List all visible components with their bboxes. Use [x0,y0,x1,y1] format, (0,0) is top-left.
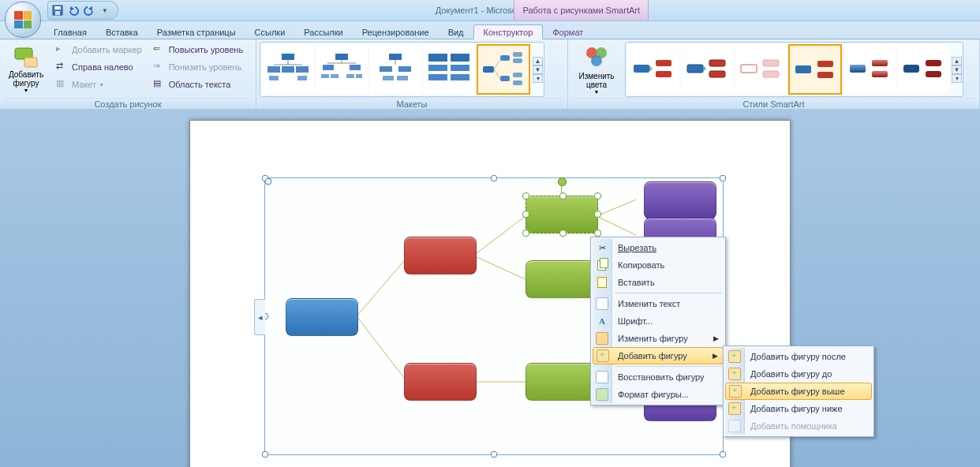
svg-rect-2 [55,11,60,15]
style-option-2[interactable] [681,44,733,93]
gallery-more[interactable]: ▾ [533,74,543,83]
style-option-6[interactable] [897,44,949,93]
svg-line-68 [597,200,636,216]
right-to-left-button[interactable]: ⇄Справа налево [52,58,146,76]
tab-references[interactable]: Ссылки [245,25,295,39]
add-shape-button[interactable]: Добавить фигуру ▼ [3,41,49,95]
submenu-add-below[interactable]: Добавить фигуру ниже [725,400,872,417]
frame-handle-b[interactable] [491,451,497,458]
submenu-add-before[interactable]: Добавить фигуру до [725,365,872,383]
frame-handle-tl[interactable] [262,175,268,181]
style-option-5[interactable] [843,44,896,93]
sel-handle-br[interactable] [594,230,601,237]
layout-option-3[interactable] [369,45,421,94]
tab-format[interactable]: Формат [543,25,593,39]
menu-change-shape[interactable]: Изменить фигуру ▶ [593,330,724,347]
frame-handle-br[interactable] [720,451,726,458]
tab-insert[interactable]: Вставка [96,25,148,39]
change-colors-button[interactable]: Изменить цвета ▼ [571,43,622,97]
demote-button[interactable]: ⇒Понизить уровень [149,58,248,76]
add-after-icon [728,350,741,363]
sel-handle-l[interactable] [522,211,529,218]
menu-paste[interactable]: Вставить [593,274,724,291]
smartart-node-b2[interactable] [526,260,598,298]
menu-format-shape[interactable]: Формат фигуры... [593,386,724,403]
svg-rect-37 [500,55,510,61]
svg-rect-42 [513,80,522,85]
svg-rect-48 [656,71,671,77]
promote-icon: ⇐ [153,43,166,56]
tab-home[interactable]: Главная [44,25,96,39]
layout-dropdown-button[interactable]: ▥Макет▼ [52,76,146,93]
tab-review[interactable]: Рецензирование [353,25,439,39]
window-title: Документ1 - Microsoft Word [0,6,980,15]
redo-button[interactable] [83,4,95,17]
menu-cut[interactable]: ✂ Вырезать [593,239,724,256]
office-logo-icon [14,11,32,28]
svg-line-67 [473,256,526,279]
frame-handle-bl[interactable] [262,451,268,458]
layout-option-2[interactable] [316,45,368,94]
svg-rect-61 [903,65,919,73]
layout-option-5[interactable] [477,44,530,95]
svg-rect-8 [267,66,280,73]
undo-button[interactable] [67,4,80,17]
layout-icon: ▥ [56,78,69,91]
style-option-4[interactable] [788,44,842,95]
promote-button[interactable]: ⇐Повысить уровень [149,41,248,58]
tab-page-layout[interactable]: Разметка страницы [148,25,245,39]
gallery-scroll-down[interactable]: ▼ [533,65,543,74]
menu-font[interactable]: A Шрифт... [593,312,724,330]
frame-handle-tr[interactable] [720,175,726,181]
sel-handle-t[interactable] [559,192,567,200]
text-pane-button[interactable]: ▤Область текста [149,76,248,93]
tab-mailings[interactable]: Рассылки [294,25,352,39]
styles-scroll-up[interactable]: ▲ [952,57,962,65]
menu-edit-text[interactable]: Изменить текст [593,295,724,312]
layout-option-1[interactable] [262,45,314,94]
styles-more[interactable]: ▾ [952,74,962,83]
menu-reset-shape[interactable]: Восстановить фигуру [593,368,724,386]
submenu-add-above[interactable]: Добавить фигуру выше [725,383,872,400]
sel-handle-bl[interactable] [522,230,529,237]
svg-rect-60 [872,71,888,77]
add-shape-submenu: Добавить фигуру после Добавить фигуру до… [723,346,874,437]
style-option-1[interactable] [627,44,679,93]
text-pane-icon: ▤ [153,78,166,91]
text-pane-expand-tab[interactable]: ◂ [254,299,265,335]
qat-customize-button[interactable]: ▼ [99,4,111,17]
menu-add-shape[interactable]: Добавить фигуру ▶ [593,347,724,364]
svg-rect-13 [335,54,348,60]
layouts-gallery: ▲ ▼ ▾ [260,42,544,97]
sel-handle-tr[interactable] [594,192,601,200]
change-shape-icon [596,332,608,345]
menu-copy[interactable]: Копировать [593,256,724,274]
sel-handle-tl[interactable] [522,192,529,200]
bullet-icon: ▸ [56,43,69,56]
copy-icon [596,259,608,271]
submenu-add-after[interactable]: Добавить фигуру после [725,348,872,365]
gallery-scroll-up[interactable]: ▲ [533,57,543,65]
frame-handle-t[interactable] [491,175,497,181]
smartart-node-c1[interactable] [644,181,716,219]
tab-view[interactable]: Вид [439,25,473,39]
add-bullet-button[interactable]: ▸Добавить маркер [52,41,146,58]
save-button[interactable] [51,4,64,17]
layout-option-4[interactable] [423,45,475,94]
office-button[interactable] [5,2,41,38]
smartart-node-selected[interactable] [526,196,598,234]
smartart-node-root[interactable] [286,298,358,336]
sel-handle-b[interactable] [559,230,567,237]
rotate-handle[interactable] [558,177,567,186]
svg-rect-63 [926,71,941,77]
style-option-3[interactable] [735,44,787,93]
group-create-graphic: Добавить фигуру ▼ ▸Добавить маркер ⇄Спра… [0,39,256,110]
smartart-node-a1[interactable] [404,237,477,275]
svg-rect-12 [297,76,307,80]
styles-scroll-down[interactable]: ▼ [952,65,962,74]
tab-design[interactable]: Конструктор [473,24,544,39]
smartart-node-b3[interactable] [526,363,598,401]
smartart-node-a2[interactable] [404,363,477,401]
sel-handle-r[interactable] [594,211,601,218]
svg-rect-46 [634,65,649,73]
